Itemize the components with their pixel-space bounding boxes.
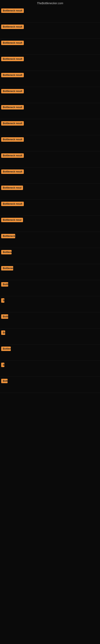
bottleneck-result-badge[interactable]: Bottleneck result <box>1 153 24 158</box>
bottleneck-result-badge[interactable]: Bo <box>1 298 4 303</box>
bottleneck-result-badge[interactable]: Bottleneck <box>1 266 13 270</box>
bottleneck-result-badge[interactable]: Bottleneck result <box>1 73 24 77</box>
table-row: Bottleneck result <box>0 103 100 119</box>
table-row: Bottleneck r <box>0 232 100 248</box>
table-row: Bottleneck result <box>0 22 100 39</box>
table-row: Bottleneck result <box>0 55 100 71</box>
table-row: Bottleneck result <box>0 6 100 22</box>
table-row: Bottleneck result <box>0 135 100 151</box>
table-row: Bottlene <box>0 248 100 264</box>
table-row: Bottleneck result <box>0 168 100 184</box>
bottleneck-result-badge[interactable]: Bottleneck result <box>1 202 24 206</box>
table-row: Bottleneck resul <box>0 216 100 232</box>
bottleneck-result-badge[interactable]: Bottleneck resul <box>1 218 23 222</box>
bottleneck-result-badge[interactable]: B <box>1 363 4 367</box>
table-row: Bottle <box>0 312 100 328</box>
table-row: Bo <box>0 296 100 312</box>
bottleneck-result-badge[interactable]: Bottle <box>1 379 8 383</box>
table-row: Bottleneck result <box>0 71 100 87</box>
site-header: TheBottlenecker.com <box>0 0 100 6</box>
table-row: Bottle <box>0 280 100 296</box>
table-row: Bottleneck resul <box>0 184 100 200</box>
table-row: Bottlene <box>0 344 100 361</box>
site-title: TheBottlenecker.com <box>0 0 100 6</box>
table-row: Bottleneck result <box>0 119 100 135</box>
results-container: Bottleneck resultBottleneck resultBottle… <box>0 6 100 644</box>
spacer <box>0 393 100 644</box>
bottleneck-result-badge[interactable]: Bottleneck resul <box>1 186 23 190</box>
bottleneck-result-badge[interactable]: Bottlene <box>1 346 11 351</box>
bottleneck-result-badge[interactable]: Bott <box>1 330 5 335</box>
bottleneck-result-badge[interactable]: Bottleneck result <box>1 170 24 174</box>
bottleneck-result-badge[interactable]: Bottleneck result <box>1 57 24 61</box>
table-row: Bottleneck result <box>0 151 100 168</box>
bottleneck-result-badge[interactable]: Bottleneck result <box>1 137 24 142</box>
bottleneck-result-badge[interactable]: Bottleneck r <box>1 234 15 238</box>
table-row: B <box>0 361 100 377</box>
bottleneck-result-badge[interactable]: Bottleneck result <box>1 105 24 110</box>
table-row: Bottleneck <box>0 264 100 280</box>
bottleneck-result-badge[interactable]: Bottlene <box>1 250 12 254</box>
table-row: Bottleneck result <box>0 87 100 103</box>
bottleneck-result-badge[interactable]: Bottleneck result <box>1 89 24 94</box>
table-row: Bottleneck result <box>0 200 100 216</box>
table-row: Bottle <box>0 377 100 393</box>
bottleneck-result-badge[interactable]: Bottleneck result <box>1 41 24 45</box>
bottleneck-result-badge[interactable]: Bottleneck result <box>1 24 24 29</box>
bottleneck-result-badge[interactable]: Bottleneck result <box>1 121 24 126</box>
bottleneck-result-badge[interactable]: Bottle <box>1 282 8 286</box>
bottleneck-result-badge[interactable]: Bottleneck result <box>1 8 24 13</box>
bottleneck-result-badge[interactable]: Bottle <box>1 314 8 319</box>
table-row: Bott <box>0 328 100 344</box>
table-row: Bottleneck result <box>0 39 100 55</box>
